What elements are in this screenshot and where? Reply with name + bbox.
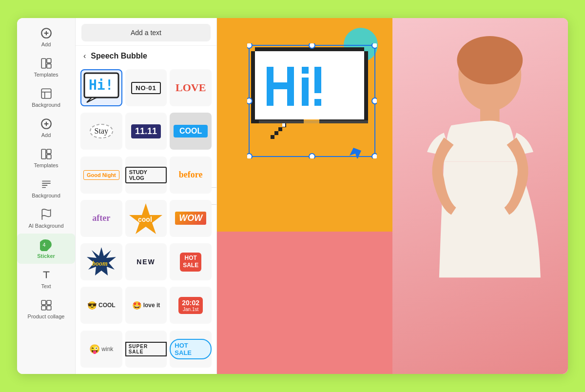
svg-rect-48 — [302, 78, 309, 106]
sidebar-item-templates1-label: Templates — [34, 72, 58, 78]
svg-text:4: 4 — [42, 242, 45, 248]
sidebar-item-ai-label: AI Background — [28, 223, 63, 229]
sidebar-item-background2[interactable]: Background — [17, 173, 75, 203]
model-svg — [412, 36, 548, 374]
canvas-background — [217, 18, 568, 374]
svg-rect-14 — [47, 155, 51, 159]
sidebar-item-templates2[interactable]: Templates — [17, 143, 75, 173]
sticker-hi[interactable]: Hi! — [80, 69, 122, 106]
sticker-date[interactable]: 20:02 Jan.1st — [170, 287, 212, 324]
sidebar-item-ai-background[interactable]: AI Background — [17, 203, 75, 234]
sidebar: Add Templates Background Add Te — [17, 18, 76, 374]
sticker-goodnight[interactable]: Good Night — [80, 157, 122, 194]
sticker-new[interactable]: NEW — [125, 243, 167, 280]
sticker-icon: 4 — [40, 238, 53, 251]
panel-title: Speech Bubble — [91, 52, 147, 60]
add-text-button[interactable]: Add a text — [81, 24, 211, 41]
svg-rect-34 — [251, 51, 255, 123]
sidebar-item-background-label: Background — [32, 102, 60, 108]
background2-icon — [40, 178, 53, 191]
app-container: Add Templates Background Add Te — [17, 18, 568, 374]
svg-text:boom: boom — [92, 260, 108, 267]
svg-rect-41 — [274, 131, 278, 135]
sticker-love[interactable]: LOVE — [170, 69, 212, 106]
svg-rect-46 — [287, 67, 294, 106]
templates1-icon — [40, 57, 53, 70]
templates2-icon — [40, 148, 53, 160]
sidebar-item-templates1[interactable]: Templates — [17, 52, 75, 82]
sticker-loveit[interactable]: 🤩love it — [125, 287, 167, 324]
date-label: 20:02 Jan.1st — [178, 297, 203, 314]
svg-rect-21 — [41, 306, 46, 310]
goodnight-label: Good Night — [83, 170, 119, 180]
plus-icon — [40, 27, 53, 39]
sidebar-item-background2-label: Background — [32, 193, 60, 198]
svg-rect-5 — [47, 64, 51, 68]
sticker-wink[interactable]: 😜wink — [80, 331, 122, 368]
love-label: LOVE — [176, 81, 206, 94]
sidebar-item-add[interactable]: Add — [17, 22, 75, 52]
sidebar-item-product-collage-label: Product collage — [28, 314, 65, 319]
sticker-1111[interactable]: 11.11 — [125, 113, 167, 150]
sidebar-item-sticker[interactable]: 4 Sticker — [17, 234, 75, 264]
sticker-panel: Add a text ‹ Speech Bubble Hi! — [76, 18, 217, 374]
sticker-studyvlog[interactable]: STUDY VLOG — [125, 157, 167, 194]
sticker-stay[interactable]: Stay — [80, 113, 122, 150]
ai-background-icon — [40, 208, 53, 221]
sidebar-item-add2-label: Add — [41, 132, 51, 138]
sticker-hotsale[interactable]: HOTSALE — [170, 243, 212, 280]
canvas-sticker-container[interactable] — [251, 47, 373, 157]
cool-blue-label: COOL — [174, 125, 208, 137]
sidebar-item-background[interactable]: Background — [17, 82, 75, 113]
sticker-after[interactable]: after — [80, 200, 122, 237]
sidebar-item-text[interactable]: Text — [17, 264, 75, 294]
svg-rect-6 — [41, 89, 51, 98]
no01-label: NO·01 — [131, 82, 161, 94]
studyvlog-label: STUDY VLOG — [125, 167, 167, 183]
svg-rect-50 — [314, 99, 321, 106]
back-button[interactable]: ‹ — [81, 51, 88, 61]
sidebar-item-add-label: Add — [41, 41, 51, 47]
wink-label: 😜wink — [89, 344, 113, 354]
sticker-boom[interactable]: boom — [80, 243, 122, 280]
sticker-grid: Hi! NO·01 LOVE Stay — [76, 66, 216, 374]
svg-rect-4 — [47, 59, 51, 63]
stay-label: Stay — [90, 124, 113, 138]
text-icon — [40, 269, 53, 281]
svg-text:Hi!: Hi! — [89, 77, 114, 93]
svg-rect-20 — [47, 300, 51, 305]
sidebar-item-product-collage[interactable]: Product collage — [17, 294, 75, 324]
sidebar-item-sticker-label: Sticker — [37, 253, 55, 259]
sidebar-item-add2[interactable]: Add — [17, 113, 75, 143]
svg-rect-47 — [302, 67, 309, 74]
sticker-cool-emoji[interactable]: 😎COOL — [80, 287, 122, 324]
svg-rect-51 — [259, 120, 368, 123]
sticker-hotsale2[interactable]: HOT SALE — [170, 331, 212, 368]
svg-rect-3 — [41, 59, 46, 68]
svg-rect-13 — [47, 149, 51, 154]
orange-bottom — [217, 232, 392, 374]
cool-emoji-label: 😎COOL — [87, 301, 116, 310]
svg-rect-49 — [314, 67, 321, 93]
background-icon — [40, 87, 53, 100]
canvas-right-section — [392, 18, 568, 374]
new-label: NEW — [136, 258, 156, 266]
1111-label: 11.11 — [131, 124, 161, 138]
collapse-panel-button[interactable]: ‹ — [212, 187, 217, 205]
sidebar-item-templates2-label: Templates — [34, 162, 58, 168]
sticker-cool-star[interactable]: cool — [125, 200, 167, 237]
svg-text:cool: cool — [138, 216, 152, 223]
sticker-supersale[interactable]: SUPER SALE — [125, 331, 167, 368]
sticker-before[interactable]: before — [170, 157, 212, 194]
svg-rect-35 — [364, 51, 368, 123]
plus2-icon — [40, 118, 53, 130]
sticker-no01[interactable]: NO·01 — [125, 69, 167, 106]
hotsale-label: HOTSALE — [180, 253, 201, 272]
sticker-wow[interactable]: WOW — [170, 200, 212, 237]
svg-rect-43 — [282, 123, 285, 127]
svg-rect-33 — [255, 47, 364, 51]
sticker-cool-blue[interactable]: COOL — [170, 113, 212, 150]
hi-sticker-svg — [251, 47, 373, 155]
svg-rect-42 — [271, 135, 274, 139]
product-collage-icon — [40, 299, 53, 312]
